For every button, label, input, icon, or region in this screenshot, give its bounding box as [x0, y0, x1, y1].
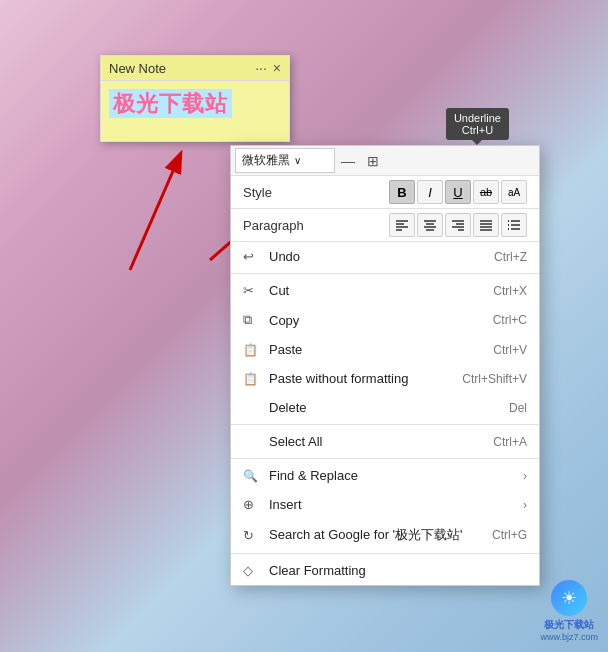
change-case-button[interactable]: aA [501, 180, 527, 204]
font-dropdown[interactable]: 微软雅黑 ∨ [235, 148, 335, 173]
find-replace-arrow: › [523, 469, 527, 483]
separator-4 [231, 553, 539, 554]
menu-item-copy[interactable]: ⧉ Copy Ctrl+C [231, 305, 539, 335]
watermark: ☀ 极光下载站 www.bjz7.com [540, 580, 598, 642]
chevron-down-icon: ∨ [294, 155, 301, 166]
separator-3 [231, 458, 539, 459]
menu-item-undo[interactable]: ↩ Undo Ctrl+Z [231, 242, 539, 271]
list-button[interactable] [501, 213, 527, 237]
undo-label: Undo [269, 249, 494, 264]
select-all-shortcut: Ctrl+A [493, 435, 527, 449]
bold-button[interactable]: B [389, 180, 415, 204]
menu-item-paste[interactable]: 📋 Paste Ctrl+V [231, 335, 539, 364]
insert-arrow: › [523, 498, 527, 512]
paste-no-format-shortcut: Ctrl+Shift+V [462, 372, 527, 386]
sticky-note-title: New Note [109, 61, 166, 76]
copy-label: Copy [269, 313, 493, 328]
paste-icon: 📋 [243, 343, 261, 357]
underline-tooltip-shortcut: Ctrl+U [454, 124, 501, 136]
menu-item-insert[interactable]: ⊕ Insert › [231, 490, 539, 519]
align-left-button[interactable] [389, 213, 415, 237]
watermark-logo: ☀ [551, 580, 587, 616]
italic-button[interactable]: I [417, 180, 443, 204]
sticky-note-text: 极光下载站 [109, 89, 232, 118]
sticky-note: New Note ··· × 极光下载站 [100, 55, 290, 142]
copy-icon: ⧉ [243, 312, 261, 328]
separator-2 [231, 424, 539, 425]
search-google-icon: ↻ [243, 528, 261, 543]
clear-formatting-label: Clear Formatting [269, 563, 527, 578]
paste-no-format-icon: 📋 [243, 372, 261, 386]
cut-label: Cut [269, 283, 493, 298]
sticky-note-content: 极光下载站 [101, 81, 289, 141]
paste-shortcut: Ctrl+V [493, 343, 527, 357]
font-size-dash[interactable]: — [335, 150, 361, 172]
search-google-shortcut: Ctrl+G [492, 528, 527, 542]
menu-item-cut[interactable]: ✂ Cut Ctrl+X [231, 276, 539, 305]
underline-button[interactable]: U [445, 180, 471, 204]
insert-label: Insert [269, 497, 523, 512]
style-label: Style [243, 185, 303, 200]
align-center-button[interactable] [417, 213, 443, 237]
watermark-url: www.bjz7.com [540, 632, 598, 642]
undo-icon: ↩ [243, 249, 261, 264]
menu-item-clear-formatting[interactable]: ◇ Clear Formatting [231, 556, 539, 585]
find-replace-icon: 🔍 [243, 469, 261, 483]
filter-icon[interactable]: ⊞ [361, 150, 385, 172]
strikethrough-button[interactable]: ab [473, 180, 499, 204]
insert-icon: ⊕ [243, 497, 261, 512]
menu-toolbar: Underline Ctrl+U 微软雅黑 ∨ — ⊞ [231, 146, 539, 176]
delete-label: Delete [269, 400, 509, 415]
cut-icon: ✂ [243, 283, 261, 298]
sticky-note-titlebar: New Note ··· × [101, 56, 289, 81]
menu-item-find-replace[interactable]: 🔍 Find & Replace › [231, 461, 539, 490]
context-menu: Underline Ctrl+U 微软雅黑 ∨ — ⊞ Style B I U … [230, 145, 540, 586]
menu-item-search-google[interactable]: ↻ Search at Google for '极光下载站' Ctrl+G [231, 519, 539, 551]
paste-no-format-label: Paste without formatting [269, 371, 462, 386]
menu-item-delete[interactable]: Delete Del [231, 393, 539, 422]
copy-shortcut: Ctrl+C [493, 313, 527, 327]
sticky-note-controls: ··· × [255, 60, 281, 76]
separator-1 [231, 273, 539, 274]
paragraph-label: Paragraph [243, 218, 304, 233]
style-row: Style B I U ab aA [231, 176, 539, 209]
watermark-text: 极光下载站 [544, 618, 594, 632]
align-right-button[interactable] [445, 213, 471, 237]
style-buttons: B I U ab aA [389, 180, 527, 204]
sticky-note-close-button[interactable]: × [273, 60, 281, 76]
justify-button[interactable] [473, 213, 499, 237]
undo-shortcut: Ctrl+Z [494, 250, 527, 264]
menu-item-paste-no-format[interactable]: 📋 Paste without formatting Ctrl+Shift+V [231, 364, 539, 393]
paragraph-row: Paragraph [231, 209, 539, 242]
clear-formatting-icon: ◇ [243, 563, 261, 578]
underline-tooltip-label: Underline [454, 112, 501, 124]
menu-item-select-all[interactable]: Select All Ctrl+A [231, 427, 539, 456]
sticky-note-menu-button[interactable]: ··· [255, 60, 267, 76]
find-replace-label: Find & Replace [269, 468, 523, 483]
paragraph-buttons [389, 213, 527, 237]
cut-shortcut: Ctrl+X [493, 284, 527, 298]
underline-tooltip: Underline Ctrl+U [446, 108, 509, 140]
paste-label: Paste [269, 342, 493, 357]
font-name: 微软雅黑 [242, 152, 290, 169]
select-all-label: Select All [269, 434, 493, 449]
delete-shortcut: Del [509, 401, 527, 415]
search-google-label: Search at Google for '极光下载站' [269, 526, 492, 544]
